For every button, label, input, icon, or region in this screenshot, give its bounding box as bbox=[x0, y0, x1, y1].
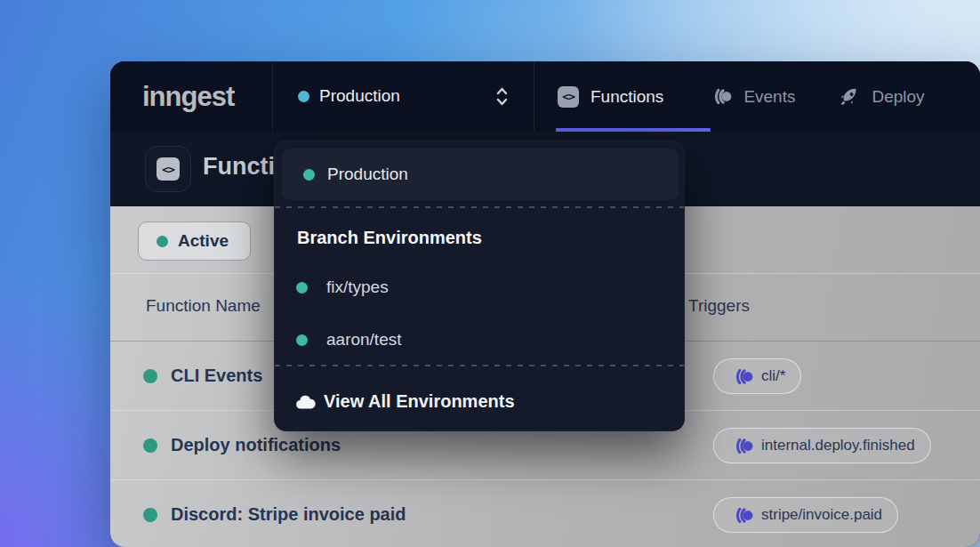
app-window: inngest Production <> Functions bbox=[110, 61, 980, 547]
dropdown-divider bbox=[275, 365, 684, 366]
tab-events[interactable]: Events bbox=[708, 87, 795, 107]
environment-dot bbox=[296, 282, 308, 294]
environment-name: Production bbox=[319, 86, 400, 106]
functions-icon-button[interactable]: <> bbox=[145, 146, 191, 192]
inngest-logo: inngest bbox=[142, 61, 234, 132]
tab-deploy[interactable]: Deploy bbox=[839, 86, 924, 107]
function-status-dot bbox=[143, 369, 157, 383]
nav-tabs: <> Functions Events bbox=[558, 61, 925, 132]
tab-functions[interactable]: <> Functions bbox=[558, 86, 663, 108]
environment-dropdown: Production Branch Environments fix/types… bbox=[274, 141, 685, 431]
column-function-name: Function Name bbox=[146, 296, 261, 316]
table-row[interactable]: Discord: Stripe invoice paid stripe/invo… bbox=[110, 480, 980, 547]
code-icon: <> bbox=[157, 157, 180, 181]
function-status-dot bbox=[143, 438, 157, 453]
status-filter-button[interactable]: Active bbox=[138, 221, 251, 261]
environment-dot bbox=[303, 169, 315, 181]
filter-label: Active bbox=[178, 231, 229, 251]
trigger-badge: stripe/invoice.paid bbox=[713, 497, 898, 533]
tab-label: Events bbox=[743, 87, 795, 107]
function-status-dot bbox=[143, 508, 157, 522]
function-name: Deploy notifications bbox=[171, 435, 341, 455]
dropdown-item-label: Production bbox=[327, 165, 408, 184]
chevron-up-down-icon bbox=[494, 86, 510, 107]
environment-switcher[interactable]: Production bbox=[272, 61, 534, 132]
event-icon bbox=[729, 369, 753, 384]
dropdown-item-branch[interactable]: aaron/test bbox=[275, 326, 684, 356]
trigger-badge: internal.deploy.finished bbox=[713, 428, 931, 463]
dropdown-item-branch[interactable]: fix/types bbox=[275, 273, 684, 303]
trigger-badge: cli/* bbox=[713, 358, 801, 394]
trigger-name: cli/* bbox=[761, 367, 785, 385]
rocket-icon bbox=[839, 86, 860, 107]
tab-label: Functions bbox=[590, 87, 663, 107]
trigger-name: internal.deploy.finished bbox=[761, 437, 915, 454]
events-icon bbox=[708, 89, 732, 104]
column-triggers: Triggers bbox=[688, 296, 750, 316]
cloud-icon bbox=[294, 393, 317, 411]
trigger-name: stripe/invoice.paid bbox=[761, 506, 882, 524]
page-background: inngest Production <> Functions bbox=[0, 0, 980, 547]
tab-label: Deploy bbox=[872, 87, 924, 107]
dropdown-item-production[interactable]: Production bbox=[282, 149, 679, 200]
branch-environments-heading: Branch Environments bbox=[297, 228, 482, 248]
dropdown-item-label: View All Environments bbox=[324, 391, 515, 412]
dropdown-divider bbox=[275, 206, 684, 208]
active-status-dot bbox=[157, 236, 168, 247]
event-icon bbox=[729, 438, 753, 454]
function-name: Discord: Stripe invoice paid bbox=[171, 504, 406, 525]
nav-divider bbox=[534, 61, 534, 132]
event-icon bbox=[729, 508, 753, 523]
environment-dot bbox=[296, 334, 308, 346]
view-all-environments-item[interactable]: View All Environments bbox=[275, 387, 684, 419]
code-icon: <> bbox=[558, 86, 579, 108]
function-name: CLI Events bbox=[171, 366, 262, 386]
dropdown-item-label: fix/types bbox=[326, 278, 389, 297]
environment-status-dot bbox=[298, 91, 309, 102]
top-nav: inngest Production <> Functions bbox=[110, 61, 980, 132]
dropdown-item-label: aaron/test bbox=[326, 330, 402, 350]
